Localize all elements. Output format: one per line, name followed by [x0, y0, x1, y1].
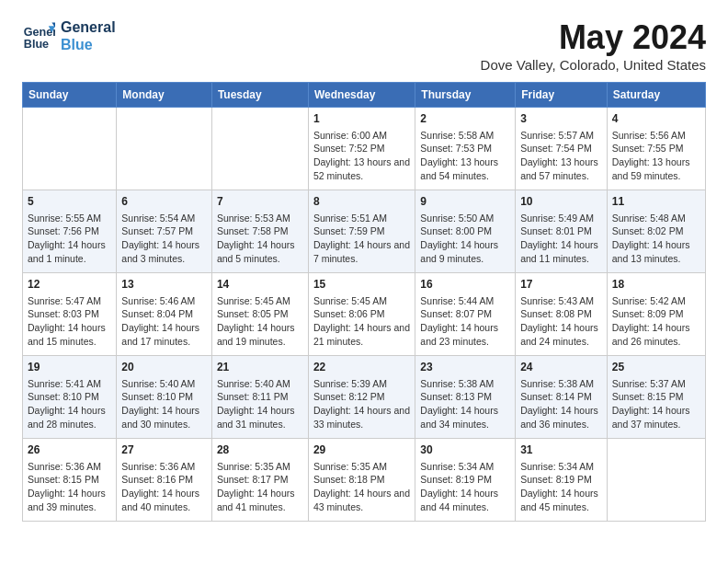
day-info: Sunrise: 5:51 AMSunset: 7:59 PMDaylight:…	[313, 212, 410, 266]
day-cell: 22Sunrise: 5:39 AMSunset: 8:12 PMDayligh…	[308, 356, 415, 439]
day-number: 16	[420, 277, 510, 293]
day-cell: 26Sunrise: 5:36 AMSunset: 8:15 PMDayligh…	[23, 439, 117, 522]
day-info: Sunrise: 5:50 AMSunset: 8:00 PMDaylight:…	[420, 212, 510, 266]
day-cell: 18Sunrise: 5:42 AMSunset: 8:09 PMDayligh…	[607, 273, 705, 356]
day-info: Sunrise: 5:48 AMSunset: 8:02 PMDaylight:…	[612, 212, 700, 266]
logo-icon: General Blue	[22, 19, 55, 52]
title-area: May 2024 Dove Valley, Colorado, United S…	[481, 18, 706, 73]
day-number: 22	[313, 360, 410, 375]
day-number: 1	[313, 111, 410, 127]
day-number: 2	[420, 111, 510, 127]
day-info: Sunrise: 5:45 AMSunset: 8:05 PMDaylight:…	[217, 294, 303, 349]
week-row-2: 5Sunrise: 5:55 AMSunset: 7:56 PMDaylight…	[23, 190, 706, 273]
day-cell: 31Sunrise: 5:34 AMSunset: 8:19 PMDayligh…	[516, 439, 608, 522]
day-cell: 19Sunrise: 5:41 AMSunset: 8:10 PMDayligh…	[23, 356, 117, 439]
subtitle: Dove Valley, Colorado, United States	[481, 57, 706, 73]
day-number: 28	[217, 442, 303, 458]
day-info: Sunrise: 5:36 AMSunset: 8:16 PMDaylight:…	[121, 460, 207, 514]
day-cell: 29Sunrise: 5:35 AMSunset: 8:18 PMDayligh…	[308, 439, 415, 522]
day-info: Sunrise: 6:00 AMSunset: 7:52 PMDaylight:…	[313, 129, 410, 183]
day-cell: 15Sunrise: 5:45 AMSunset: 8:06 PMDayligh…	[308, 273, 415, 356]
day-info: Sunrise: 5:35 AMSunset: 8:17 PMDaylight:…	[217, 460, 303, 514]
day-info: Sunrise: 5:37 AMSunset: 8:15 PMDaylight:…	[612, 377, 700, 431]
day-info: Sunrise: 5:57 AMSunset: 7:54 PMDaylight:…	[520, 129, 602, 183]
day-number: 12	[28, 277, 111, 293]
week-row-5: 26Sunrise: 5:36 AMSunset: 8:15 PMDayligh…	[23, 439, 706, 522]
day-info: Sunrise: 5:58 AMSunset: 7:53 PMDaylight:…	[420, 129, 510, 183]
day-info: Sunrise: 5:41 AMSunset: 8:10 PMDaylight:…	[28, 377, 111, 431]
week-row-1: 1Sunrise: 6:00 AMSunset: 7:52 PMDaylight…	[23, 108, 706, 190]
day-cell: 23Sunrise: 5:38 AMSunset: 8:13 PMDayligh…	[415, 356, 516, 439]
day-cell: 4Sunrise: 5:56 AMSunset: 7:55 PMDaylight…	[607, 108, 705, 190]
day-info: Sunrise: 5:42 AMSunset: 8:09 PMDaylight:…	[612, 294, 700, 349]
day-number: 8	[313, 194, 410, 210]
day-cell: 1Sunrise: 6:00 AMSunset: 7:52 PMDaylight…	[308, 108, 415, 190]
day-cell: 2Sunrise: 5:58 AMSunset: 7:53 PMDaylight…	[415, 108, 516, 190]
calendar-table: SundayMondayTuesdayWednesdayThursdayFrid…	[22, 82, 706, 522]
day-info: Sunrise: 5:34 AMSunset: 8:19 PMDaylight:…	[520, 460, 602, 514]
day-number: 11	[612, 194, 700, 210]
day-info: Sunrise: 5:36 AMSunset: 8:15 PMDaylight:…	[28, 460, 111, 514]
day-cell	[117, 108, 212, 190]
day-info: Sunrise: 5:45 AMSunset: 8:06 PMDaylight:…	[313, 294, 410, 349]
day-info: Sunrise: 5:54 AMSunset: 7:57 PMDaylight:…	[121, 212, 207, 266]
day-info: Sunrise: 5:35 AMSunset: 8:18 PMDaylight:…	[313, 460, 410, 514]
day-info: Sunrise: 5:56 AMSunset: 7:55 PMDaylight:…	[612, 129, 700, 183]
day-info: Sunrise: 5:47 AMSunset: 8:03 PMDaylight:…	[28, 294, 111, 349]
day-cell: 9Sunrise: 5:50 AMSunset: 8:00 PMDaylight…	[415, 190, 516, 273]
day-number: 17	[520, 277, 602, 293]
day-info: Sunrise: 5:39 AMSunset: 8:12 PMDaylight:…	[313, 377, 410, 431]
day-cell: 8Sunrise: 5:51 AMSunset: 7:59 PMDaylight…	[308, 190, 415, 273]
header-day-saturday: Saturday	[607, 83, 705, 108]
day-cell: 14Sunrise: 5:45 AMSunset: 8:05 PMDayligh…	[211, 273, 308, 356]
day-number: 6	[121, 194, 207, 210]
day-number: 15	[313, 277, 410, 293]
svg-text:Blue: Blue	[24, 38, 49, 51]
day-number: 3	[520, 111, 602, 127]
day-cell: 13Sunrise: 5:46 AMSunset: 8:04 PMDayligh…	[117, 273, 212, 356]
day-info: Sunrise: 5:34 AMSunset: 8:19 PMDaylight:…	[420, 460, 510, 514]
day-info: Sunrise: 5:49 AMSunset: 8:01 PMDaylight:…	[520, 212, 602, 266]
day-cell: 16Sunrise: 5:44 AMSunset: 8:07 PMDayligh…	[415, 273, 516, 356]
day-cell	[211, 108, 308, 190]
day-info: Sunrise: 5:38 AMSunset: 8:13 PMDaylight:…	[420, 377, 510, 431]
day-info: Sunrise: 5:43 AMSunset: 8:08 PMDaylight:…	[520, 294, 602, 349]
day-info: Sunrise: 5:38 AMSunset: 8:14 PMDaylight:…	[520, 377, 602, 431]
day-info: Sunrise: 5:46 AMSunset: 8:04 PMDaylight:…	[121, 294, 207, 349]
header-day-wednesday: Wednesday	[308, 83, 415, 108]
header-day-monday: Monday	[117, 83, 212, 108]
logo-line1: General	[61, 18, 116, 36]
day-cell: 25Sunrise: 5:37 AMSunset: 8:15 PMDayligh…	[607, 356, 705, 439]
page-container: General Blue General Blue May 2024 Dove …	[22, 18, 706, 522]
header-row: SundayMondayTuesdayWednesdayThursdayFrid…	[23, 83, 706, 108]
day-info: Sunrise: 5:44 AMSunset: 8:07 PMDaylight:…	[420, 294, 510, 349]
day-number: 27	[121, 442, 207, 458]
header-day-thursday: Thursday	[415, 83, 516, 108]
day-number: 4	[612, 111, 700, 127]
day-cell: 24Sunrise: 5:38 AMSunset: 8:14 PMDayligh…	[516, 356, 608, 439]
day-cell: 10Sunrise: 5:49 AMSunset: 8:01 PMDayligh…	[516, 190, 608, 273]
day-cell: 12Sunrise: 5:47 AMSunset: 8:03 PMDayligh…	[23, 273, 117, 356]
header-day-sunday: Sunday	[23, 83, 117, 108]
logo-line2: Blue	[61, 36, 116, 53]
day-cell: 5Sunrise: 5:55 AMSunset: 7:56 PMDaylight…	[23, 190, 117, 273]
day-cell: 27Sunrise: 5:36 AMSunset: 8:16 PMDayligh…	[117, 439, 212, 522]
day-info: Sunrise: 5:53 AMSunset: 7:58 PMDaylight:…	[217, 212, 303, 266]
day-cell: 17Sunrise: 5:43 AMSunset: 8:08 PMDayligh…	[516, 273, 608, 356]
day-cell	[23, 108, 117, 190]
day-cell: 21Sunrise: 5:40 AMSunset: 8:11 PMDayligh…	[211, 356, 308, 439]
logo: General Blue General Blue	[22, 18, 116, 53]
day-number: 18	[612, 277, 700, 293]
day-number: 14	[217, 277, 303, 293]
day-info: Sunrise: 5:40 AMSunset: 8:10 PMDaylight:…	[121, 377, 207, 431]
day-cell: 3Sunrise: 5:57 AMSunset: 7:54 PMDaylight…	[516, 108, 608, 190]
header-day-friday: Friday	[516, 83, 608, 108]
day-cell: 28Sunrise: 5:35 AMSunset: 8:17 PMDayligh…	[211, 439, 308, 522]
day-number: 25	[612, 360, 700, 375]
header-day-tuesday: Tuesday	[211, 83, 308, 108]
day-cell: 30Sunrise: 5:34 AMSunset: 8:19 PMDayligh…	[415, 439, 516, 522]
day-cell: 6Sunrise: 5:54 AMSunset: 7:57 PMDaylight…	[117, 190, 212, 273]
day-number: 5	[28, 194, 111, 210]
day-number: 21	[217, 360, 303, 375]
day-number: 10	[520, 194, 602, 210]
